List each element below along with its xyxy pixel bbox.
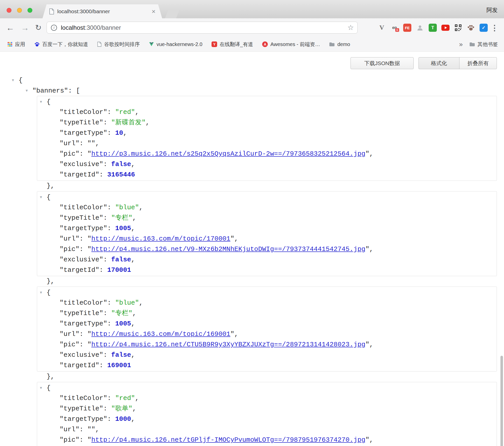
collapse-toggle-icon[interactable]: ▼: [39, 383, 47, 393]
browser-tab[interactable]: localhost:3000/banner ×: [43, 4, 162, 18]
json-field-line: "titleColor": "blue",: [37, 202, 497, 213]
json-link-value[interactable]: http://p4.music.126.net/tGPljf-IMOCyPvum…: [91, 436, 366, 444]
profile-name[interactable]: 阿发: [486, 6, 498, 14]
bookmark-other-bookmarks[interactable]: 其他书签: [469, 41, 498, 48]
bookmark-apps[interactable]: 应用: [7, 41, 25, 48]
json-key: "banners": [32, 87, 68, 95]
json-quote: ": [87, 341, 91, 348]
page-favicon-icon: [49, 8, 54, 14]
json-string-value: "新碟首发": [111, 119, 146, 126]
json-key: "titleColor": [60, 299, 107, 307]
json-field-line: "pic": "http://p4.music.126.net/tGPljf-I…: [37, 435, 497, 445]
json-link-value[interactable]: http://p4.music.126.net/V9-MXz6b2MNhEKju…: [91, 245, 366, 253]
bookmark-label: 应用: [15, 41, 25, 48]
json-punctuation: :: [99, 362, 107, 369]
json-key: "url": [60, 426, 79, 433]
json-quote: ": [87, 235, 91, 243]
bookmarks-overflow-chevron[interactable]: »: [459, 41, 463, 48]
json-link-value[interactable]: http://p3.music.126.net/s25q2x5QyqsAzilC…: [91, 150, 366, 158]
json-number-value: 1000: [115, 415, 131, 423]
bookmark-vue-hackernews[interactable]: vue-hackernews-2.0: [149, 41, 202, 47]
json-key: "exclusive": [60, 160, 103, 168]
bookmark-star-icon[interactable]: ☆: [347, 24, 354, 31]
json-comma: ,: [139, 299, 143, 307]
close-window-button[interactable]: [7, 8, 11, 13]
json-object-box: ▼{"titleColor": "red","typeTitle": "歌单",…: [37, 382, 497, 446]
collapse-toggle-icon[interactable]: ▼: [39, 192, 47, 202]
json-punctuation: :: [107, 394, 115, 402]
reload-button[interactable]: ↻: [35, 24, 41, 32]
json-string-value: "专栏": [111, 309, 132, 317]
json-key: "titleColor": [60, 204, 107, 211]
back-button[interactable]: ←: [6, 24, 14, 32]
bookmark-baidu[interactable]: 百度一下，你就知道: [34, 41, 88, 48]
json-object-open-line: ▼{: [37, 287, 497, 298]
vue-logo-icon: [149, 42, 154, 47]
paw-extension-icon[interactable]: [467, 24, 475, 32]
json-punctuation: :: [107, 129, 115, 137]
format-button[interactable]: 格式化: [418, 57, 459, 69]
json-brace: },: [47, 182, 54, 190]
json-field-line: "targetId": 170001: [37, 265, 497, 275]
blue-shield-extension-icon[interactable]: ✓: [480, 24, 488, 32]
new-tab-button[interactable]: [165, 9, 180, 18]
json-field-line: "titleColor": "red",: [37, 107, 497, 117]
vimium-extension-icon[interactable]: V: [378, 24, 386, 32]
bookmark-folder-demo[interactable]: demo: [329, 41, 350, 47]
json-quote: ": [365, 436, 369, 444]
green-shield-extension-icon[interactable]: T: [429, 24, 437, 32]
site-info-icon[interactable]: i: [51, 25, 57, 31]
browser-menu-button[interactable]: ⋮: [491, 23, 498, 32]
json-punctuation: :: [103, 214, 111, 222]
json-comma: ,: [234, 330, 239, 338]
download-json-button[interactable]: 下载JSON数据: [351, 57, 414, 69]
bookmark-google-sort[interactable]: 谷歌按时间排序: [97, 41, 140, 48]
translate-extension-icon[interactable]: en英: [390, 24, 399, 32]
collapse-toggle-icon[interactable]: ▼: [39, 97, 47, 107]
json-key: "targetId": [60, 362, 99, 369]
json-punctuation: :: [107, 204, 115, 211]
json-viewer: ▼{ ▼"banners": [ ▼{"titleColor": "red","…: [0, 75, 504, 446]
json-object-box: ▼{"titleColor": "blue","typeTitle": "专栏"…: [37, 287, 497, 371]
collapse-toggle-icon[interactable]: ▼: [11, 75, 19, 85]
json-object-box: ▼{"titleColor": "blue","typeTitle": "专栏"…: [37, 191, 497, 276]
bookmark-awesomes[interactable]: A Awesomes - 前端资…: [262, 41, 320, 48]
json-field-line: "typeTitle": "新碟首发",: [37, 117, 497, 128]
awesomes-icon: A: [262, 41, 268, 47]
json-object-close-line: },: [0, 276, 504, 287]
json-comma: ,: [95, 140, 99, 147]
fehelper-extension-icon[interactable]: FE: [403, 24, 411, 32]
json-key: "url": [60, 235, 79, 243]
json-comma: ,: [131, 320, 135, 328]
json-link-value[interactable]: http://music.163.com/m/topic/169001: [91, 330, 230, 338]
json-link-value[interactable]: http://music.163.com/m/topic/170001: [91, 235, 230, 243]
forward-button[interactable]: →: [21, 24, 29, 32]
json-field-line: "targetType": 1005,: [37, 319, 497, 329]
json-string-value: "歌单": [111, 405, 132, 412]
json-comma: ,: [132, 309, 136, 317]
collapse-toggle-icon[interactable]: ▼: [39, 287, 47, 298]
address-bar[interactable]: i localhost:3000/banner ☆: [47, 22, 358, 34]
json-comma: ,: [139, 204, 143, 211]
json-punctuation: :: [79, 426, 87, 433]
json-brace: },: [47, 373, 54, 380]
collapse-toggle-icon[interactable]: ▼: [25, 85, 32, 96]
json-key: "typeTitle": [60, 405, 103, 412]
json-string-value: "red": [115, 394, 135, 402]
json-root-open-line: ▼{: [0, 75, 504, 85]
bookmark-youdao-translate[interactable]: Y 在线翻译_有道: [212, 41, 253, 48]
fullscreen-window-button[interactable]: [27, 8, 32, 13]
json-link-value[interactable]: http://p4.music.126.net/CTU5B9R9y3XyYBZX…: [91, 341, 366, 348]
scrollbar-thumb[interactable]: [500, 356, 503, 446]
json-comma: ,: [131, 415, 135, 423]
collapse-all-button[interactable]: 折叠所有: [459, 57, 497, 69]
people-extension-icon[interactable]: [416, 24, 424, 32]
minimize-window-button[interactable]: [17, 8, 22, 13]
youtube-extension-icon[interactable]: [441, 24, 450, 32]
json-punctuation: :: [107, 415, 115, 423]
qrcode-extension-icon[interactable]: [454, 24, 462, 32]
json-quote: ": [230, 330, 234, 338]
bookmark-label: Awesomes - 前端资…: [270, 41, 320, 48]
json-comma: ,: [369, 341, 373, 348]
tab-close-icon[interactable]: ×: [152, 8, 156, 15]
